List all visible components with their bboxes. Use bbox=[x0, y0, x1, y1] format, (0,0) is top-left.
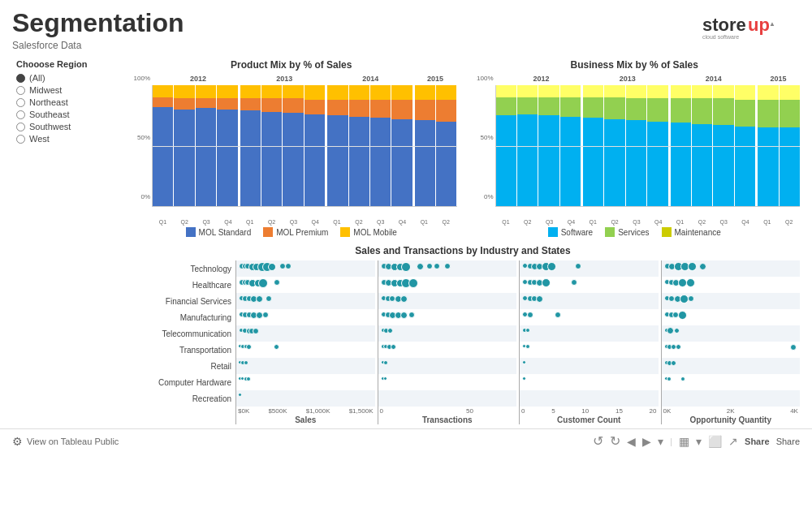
page-header: Segmentation Salesforce Data store up ▲ … bbox=[0, 0, 812, 55]
panel-sales: $0K $500K $1,000K $1,500K Sales bbox=[235, 260, 375, 424]
region-southwest[interactable]: Southwest bbox=[16, 122, 114, 131]
legend-premium-label: MOL Premium bbox=[276, 228, 328, 237]
bar-standard bbox=[415, 120, 435, 206]
tick-5: 5 bbox=[551, 407, 555, 415]
dot bbox=[408, 312, 415, 318]
tableau-icon: ⚙ bbox=[12, 435, 23, 448]
divider: | bbox=[670, 437, 672, 446]
region-all[interactable]: (All) bbox=[16, 73, 114, 83]
bm-q2: Q2 bbox=[516, 219, 538, 225]
region-northeast-label: Northeast bbox=[29, 97, 68, 107]
dot bbox=[525, 328, 530, 333]
bars-area bbox=[152, 85, 457, 207]
industry-financial: Financial Services bbox=[126, 293, 235, 309]
business-mix-title: Business Mix by % of Sales bbox=[469, 59, 801, 71]
bar-standard bbox=[436, 122, 456, 206]
radio-west[interactable] bbox=[16, 135, 25, 144]
bm-y-axis: 100% 50% 0% bbox=[469, 75, 494, 200]
region-southeast[interactable]: Southeast bbox=[16, 110, 114, 119]
q1d: Q1 bbox=[413, 219, 435, 225]
panel-opp-axis: 0K 2K 4K bbox=[662, 407, 801, 415]
svg-text:cloud software: cloud software bbox=[702, 34, 739, 40]
redo-icon[interactable]: ↻ bbox=[610, 433, 620, 449]
dot bbox=[527, 312, 533, 318]
dot bbox=[238, 393, 242, 397]
svg-text:▲: ▲ bbox=[769, 20, 775, 28]
bm-year-2012: 2012 bbox=[495, 75, 585, 83]
radio-all[interactable] bbox=[16, 74, 25, 83]
q4c: Q4 bbox=[391, 219, 413, 225]
bm-y-50: 50% bbox=[469, 134, 494, 141]
panel-cust-axis: 0 5 10 15 20 bbox=[520, 407, 659, 415]
layout-dropdown-icon[interactable]: ▾ bbox=[696, 435, 702, 448]
top-charts: Product Mix by % of Sales 100% 50% 0% 20… bbox=[122, 55, 804, 241]
bar-mobile bbox=[304, 85, 325, 100]
q1: Q1 bbox=[152, 219, 174, 225]
region-midwest[interactable]: Midwest bbox=[16, 85, 114, 95]
product-mix-area: 100% 50% 0% 2012 2013 2014 2015 bbox=[126, 75, 457, 225]
panel-opp-label: Opportunity Quantity bbox=[662, 415, 801, 424]
product-mix-title: Product Mix by % of Sales bbox=[126, 59, 457, 71]
row-rc3 bbox=[520, 390, 659, 407]
dot bbox=[688, 262, 697, 271]
row-rc2 bbox=[378, 390, 517, 407]
share-button[interactable]: Share bbox=[745, 437, 770, 446]
scatter-panels: $0K $500K $1,000K $1,500K Sales bbox=[235, 260, 800, 424]
bar-premium bbox=[436, 100, 456, 122]
radio-northeast[interactable] bbox=[16, 98, 25, 107]
bm-q4: Q4 bbox=[560, 219, 582, 225]
undo-icon[interactable]: ↺ bbox=[593, 433, 603, 449]
region-northeast[interactable]: Northeast bbox=[16, 97, 114, 107]
y-100: 100% bbox=[126, 75, 150, 82]
legend-mobile-label: MOL Mobile bbox=[353, 228, 397, 237]
tableau-link[interactable]: ⚙ View on Tableau Public bbox=[12, 435, 119, 448]
bar-premium bbox=[217, 98, 237, 109]
bar-standard bbox=[153, 107, 173, 206]
fullscreen-icon[interactable]: ⬜ bbox=[708, 435, 722, 448]
bar-mobile bbox=[436, 85, 456, 100]
share-label[interactable]: Share bbox=[776, 437, 800, 446]
legend-mol-premium: MOL Premium bbox=[263, 227, 328, 237]
q3b: Q3 bbox=[283, 219, 304, 225]
bar-standard bbox=[370, 118, 391, 206]
bar-mobile bbox=[174, 85, 194, 98]
radio-southwest[interactable] bbox=[16, 123, 25, 131]
row-r4 bbox=[662, 358, 801, 374]
bm-q4b: Q4 bbox=[647, 219, 669, 225]
industry-technology: Technology bbox=[126, 260, 235, 277]
bar-2013q4 bbox=[304, 85, 325, 206]
dot bbox=[256, 295, 263, 303]
product-mix-chart: Product Mix by % of Sales 100% 50% 0% 20… bbox=[122, 55, 461, 241]
bar-premium bbox=[304, 100, 325, 114]
row-tr3 bbox=[520, 342, 659, 358]
dot bbox=[246, 377, 251, 381]
region-west[interactable]: West bbox=[16, 134, 114, 144]
legend-software: Software bbox=[548, 227, 593, 237]
forward-icon[interactable]: ▶ bbox=[642, 435, 651, 448]
bar-mobile bbox=[217, 85, 237, 98]
back-icon[interactable]: ◀ bbox=[627, 435, 636, 448]
share-icon[interactable]: ↗ bbox=[728, 435, 738, 448]
dropdown-icon[interactable]: ▾ bbox=[658, 435, 663, 448]
bar-premium bbox=[261, 98, 282, 111]
dot bbox=[246, 344, 252, 350]
q1c: Q1 bbox=[326, 219, 348, 225]
layout-icon[interactable]: ▦ bbox=[679, 435, 689, 448]
bm-q4c: Q4 bbox=[735, 219, 757, 225]
bar-standard bbox=[327, 115, 348, 206]
dot bbox=[699, 263, 706, 270]
panel-opportunity: 0K 2K 4K Opportunity Quantity bbox=[661, 260, 801, 424]
radio-southeast[interactable] bbox=[16, 110, 25, 119]
bm-year-labels: 2012 2013 2014 2015 bbox=[495, 75, 801, 83]
bar-mobile bbox=[240, 85, 261, 98]
panel-trans-label: Transactions bbox=[378, 415, 517, 424]
radio-midwest[interactable] bbox=[16, 86, 25, 95]
svg-text:store: store bbox=[702, 15, 746, 35]
bar-premium bbox=[283, 98, 303, 113]
dot bbox=[266, 295, 272, 302]
panel-cust-area bbox=[520, 260, 659, 407]
legend-mol-mobile: MOL Mobile bbox=[340, 227, 397, 237]
bar-premium bbox=[349, 100, 369, 117]
bar-2014q1 bbox=[327, 85, 348, 206]
industry-computer: Computer Hardware bbox=[126, 374, 235, 390]
